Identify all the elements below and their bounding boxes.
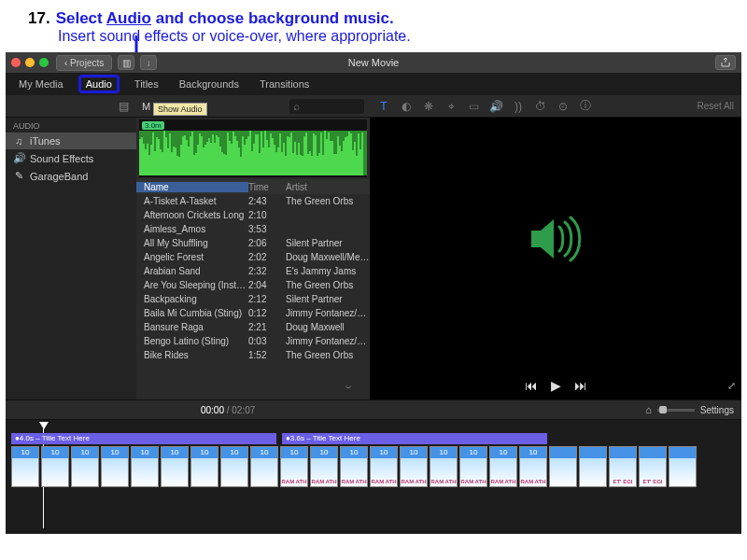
timeline-clip[interactable]: 10 <box>161 446 189 487</box>
table-header[interactable]: Name Time Artist <box>136 179 370 194</box>
table-row[interactable]: Angelic Forest2:02Doug Maxwell/Media Ri <box>136 250 370 264</box>
timeline-clip[interactable]: 10 <box>190 446 218 487</box>
instruction-line1: 17.Select Audio and choose background mu… <box>28 9 719 28</box>
sidebar-item-itunes[interactable]: ♫iTunes <box>6 133 136 149</box>
timeline-clip[interactable]: 10RAM ATH <box>340 446 368 487</box>
traffic-lights[interactable] <box>11 58 49 67</box>
timeline-clip[interactable]: ET' EGI <box>639 446 667 487</box>
stabilize-icon[interactable]: ▭ <box>467 100 480 113</box>
prev-button[interactable]: ⏮ <box>525 378 538 393</box>
tab-my-media[interactable]: My Media <box>13 77 69 91</box>
table-row[interactable]: Afternoon Crickets Long2:10 <box>136 208 370 222</box>
zoom-slider[interactable] <box>657 409 695 412</box>
timeline-clip[interactable] <box>549 446 577 487</box>
audio-browser: 3.0m Name Time Artist A-Tisket A-Tasket2… <box>136 118 370 399</box>
tab-titles[interactable]: Titles <box>129 77 164 91</box>
timeline-clip[interactable]: 10 <box>131 446 159 487</box>
timeline-clip[interactable]: 10RAM ATH <box>459 446 487 487</box>
zoom-icon[interactable] <box>39 58 49 67</box>
play-button[interactable]: ▶ <box>551 378 561 393</box>
crop-icon[interactable]: ⌖ <box>444 100 458 113</box>
sidebar-item-label: GarageBand <box>30 171 88 182</box>
import-icon[interactable]: ↓ <box>140 55 157 70</box>
instruction-audio-word: Audio <box>106 9 151 27</box>
settings-button[interactable]: Settings <box>700 405 734 415</box>
timeline-clip[interactable]: ET' EGI <box>609 446 637 487</box>
instr-post: and choose background music. <box>151 9 394 27</box>
table-row[interactable]: Arabian Sand2:32E's Jammy Jams <box>136 264 370 278</box>
color-balance-icon[interactable]: ◐ <box>400 100 413 113</box>
table-row[interactable]: Aimless_Amos3:53 <box>136 222 370 236</box>
speed-icon[interactable]: ⏱ <box>534 100 547 113</box>
timeline-clip[interactable] <box>669 446 697 487</box>
media-tab-bar: My Media Audio Titles Backgrounds Transi… <box>6 73 741 95</box>
timeline[interactable]: ●4.0s – Title Text Here●3.6s – Title Tex… <box>6 420 741 534</box>
timeline-clip[interactable]: 10RAM ATH <box>310 446 338 487</box>
audio-sidebar: AUDIO ♫iTunes🔊Sound Effects✎GarageBand <box>6 118 136 399</box>
library-view-icon[interactable]: ▥ <box>118 55 134 70</box>
info-icon[interactable]: ⓘ <box>579 100 592 113</box>
table-row[interactable]: Bansure Raga2:21Doug Maxwell <box>136 320 370 334</box>
timeline-clip[interactable]: 10 <box>11 446 39 487</box>
voiceover-mic-icon[interactable]: ⏑ <box>345 379 352 394</box>
col-artist-header[interactable]: Artist <box>286 182 370 192</box>
minimize-icon[interactable] <box>25 58 35 67</box>
instruction-line2: Insert sound effects or voice-over, wher… <box>58 28 719 45</box>
filter-icon[interactable]: ⊙ <box>557 100 570 113</box>
search-input[interactable] <box>289 99 364 114</box>
share-button[interactable] <box>715 55 736 70</box>
timeline-clip[interactable]: 10RAM ATH <box>400 446 428 487</box>
color-correction-icon[interactable]: ❋ <box>422 100 435 113</box>
instruction-block: 17.Select Audio and choose background mu… <box>0 0 747 52</box>
waveform-preview[interactable]: 3.0m <box>139 119 367 177</box>
projects-button[interactable]: ‹ Projects <box>56 55 112 71</box>
text-tool-icon[interactable]: T <box>377 100 390 113</box>
close-icon[interactable] <box>11 58 21 67</box>
transport-controls: ⏮ ▶ ⏭ ⤢ <box>370 375 741 396</box>
table-row[interactable]: A-Tisket A-Tasket2:43The Green Orbs <box>136 194 370 208</box>
timeline-clip[interactable]: 10RAM ATH <box>519 446 547 487</box>
col-name-header[interactable]: Name <box>136 182 248 192</box>
sidebar-item-sound-effects[interactable]: 🔊Sound Effects <box>6 149 136 167</box>
table-row[interactable]: Bengo Latino (Sting)0:03Jimmy Fontanez/M… <box>136 334 370 348</box>
timeline-clip[interactable]: 10RAM ATH <box>489 446 517 487</box>
table-row[interactable]: Baila Mi Cumbia (Sting)0:12Jimmy Fontane… <box>136 306 370 320</box>
tab-transitions[interactable]: Transitions <box>254 77 315 91</box>
timeline-clip[interactable]: 10RAM ATH <box>370 446 398 487</box>
list-view-icon[interactable]: ▤ <box>119 100 129 113</box>
fullscreen-icon[interactable]: ⤢ <box>727 380 736 392</box>
next-button[interactable]: ⏭ <box>574 378 587 393</box>
noise-icon[interactable]: )) <box>512 100 525 113</box>
timeline-clip[interactable]: 10RAM ATH <box>430 446 458 487</box>
waveform-length-badge: 3.0m <box>142 121 164 130</box>
timeline-title-bar[interactable]: ●3.6s – Title Text Here <box>282 433 547 444</box>
col-time-header[interactable]: Time <box>248 182 286 192</box>
tab-audio[interactable]: Audio <box>78 75 120 93</box>
sidebar-item-icon: 🔊 <box>13 152 24 164</box>
sidebar-item-garageband[interactable]: ✎GarageBand <box>6 167 136 185</box>
timeline-clip[interactable]: 10 <box>41 446 69 487</box>
video-preview[interactable]: ⏑ ⏮ ▶ ⏭ ⤢ <box>370 118 741 399</box>
window-titlebar: ‹ Projects ▥ ↓ New Movie <box>6 52 741 73</box>
table-row[interactable]: Are You Sleeping (Instru…2:04The Green O… <box>136 278 370 292</box>
volume-icon[interactable]: 🔊 <box>489 100 502 113</box>
library-label[interactable]: M <box>142 101 150 112</box>
timeline-clip[interactable]: 10 <box>220 446 248 487</box>
timeline-title-bar[interactable]: ●4.0s – Title Text Here <box>11 433 276 444</box>
audio-table-body: A-Tisket A-Tasket2:43The Green OrbsAfter… <box>136 194 370 399</box>
tab-backgrounds[interactable]: Backgrounds <box>174 77 245 91</box>
timeline-clip[interactable]: 10 <box>101 446 129 487</box>
table-row[interactable]: Bike Rides1:52The Green Orbs <box>136 348 370 362</box>
timeline-clip[interactable] <box>579 446 607 487</box>
table-row[interactable]: All My Shuffling2:06Silent Partner <box>136 236 370 250</box>
sidebar-item-icon: ✎ <box>13 170 24 182</box>
timeline-clip[interactable]: 10RAM ATH <box>280 446 308 487</box>
marker-icon[interactable]: ⌂ <box>645 404 652 415</box>
window-title: New Movie <box>6 57 741 68</box>
timeline-clip[interactable]: 10 <box>71 446 99 487</box>
show-audio-tooltip: Show Audio <box>153 103 207 116</box>
timeline-clip[interactable]: 10 <box>250 446 278 487</box>
table-row[interactable]: Backpacking2:12Silent Partner <box>136 292 370 306</box>
reset-all-button[interactable]: Reset All <box>698 101 734 111</box>
timecode-bar: 00:00 / 02:07 ⌂ Settings <box>6 399 741 420</box>
